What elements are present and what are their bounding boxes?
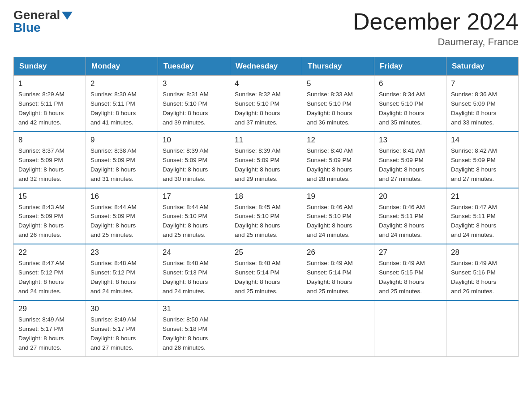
calendar-day-cell: 29Sunrise: 8:49 AMSunset: 5:17 PMDayligh…: [14, 300, 86, 356]
day-info: Sunrise: 8:32 AMSunset: 5:10 PMDaylight:…: [235, 90, 297, 128]
day-info: Sunrise: 8:50 AMSunset: 5:18 PMDaylight:…: [163, 315, 225, 353]
calendar-day-cell: 4Sunrise: 8:32 AMSunset: 5:10 PMDaylight…: [230, 76, 302, 132]
calendar-day-cell: 15Sunrise: 8:43 AMSunset: 5:09 PMDayligh…: [14, 188, 86, 244]
day-info: Sunrise: 8:29 AMSunset: 5:11 PMDaylight:…: [18, 90, 81, 128]
day-info: Sunrise: 8:38 AMSunset: 5:09 PMDaylight:…: [90, 146, 153, 184]
day-info: Sunrise: 8:36 AMSunset: 5:09 PMDaylight:…: [451, 90, 514, 128]
calendar-day-cell: [230, 300, 302, 356]
day-info: Sunrise: 8:30 AMSunset: 5:11 PMDaylight:…: [90, 90, 153, 128]
day-number: 17: [163, 192, 225, 201]
calendar-day-cell: 19Sunrise: 8:46 AMSunset: 5:10 PMDayligh…: [302, 188, 374, 244]
day-info: Sunrise: 8:46 AMSunset: 5:10 PMDaylight:…: [307, 203, 369, 240]
calendar-day-cell: 28Sunrise: 8:49 AMSunset: 5:16 PMDayligh…: [446, 244, 519, 300]
day-info: Sunrise: 8:49 AMSunset: 5:15 PMDaylight:…: [379, 259, 442, 296]
title-area: December 2024 Daumeray, France: [353, 9, 519, 48]
calendar-header-row: SundayMondayTuesdayWednesdayThursdayFrid…: [14, 57, 519, 76]
calendar-day-cell: 25Sunrise: 8:48 AMSunset: 5:14 PMDayligh…: [230, 244, 302, 300]
day-number: 22: [18, 248, 81, 257]
day-number: 5: [307, 79, 369, 88]
month-title: December 2024: [353, 9, 519, 34]
day-number: 7: [451, 79, 514, 88]
calendar-day-cell: 30Sunrise: 8:49 AMSunset: 5:17 PMDayligh…: [86, 300, 158, 356]
calendar-day-cell: 23Sunrise: 8:48 AMSunset: 5:12 PMDayligh…: [86, 244, 158, 300]
calendar-day-cell: 10Sunrise: 8:39 AMSunset: 5:09 PMDayligh…: [158, 132, 230, 188]
day-number: 12: [307, 136, 369, 145]
day-info: Sunrise: 8:49 AMSunset: 5:16 PMDaylight:…: [451, 259, 514, 296]
day-number: 2: [90, 79, 153, 88]
calendar-day-cell: 5Sunrise: 8:33 AMSunset: 5:10 PMDaylight…: [302, 76, 374, 132]
logo-triangle-icon: [62, 12, 73, 20]
day-info: Sunrise: 8:49 AMSunset: 5:17 PMDaylight:…: [18, 315, 81, 353]
day-info: Sunrise: 8:33 AMSunset: 5:10 PMDaylight:…: [307, 90, 369, 128]
calendar-day-cell: 22Sunrise: 8:47 AMSunset: 5:12 PMDayligh…: [14, 244, 86, 300]
calendar-day-cell: 21Sunrise: 8:47 AMSunset: 5:11 PMDayligh…: [446, 188, 519, 244]
calendar-day-cell: 7Sunrise: 8:36 AMSunset: 5:09 PMDaylight…: [446, 76, 519, 132]
day-info: Sunrise: 8:34 AMSunset: 5:10 PMDaylight:…: [379, 90, 442, 128]
day-info: Sunrise: 8:48 AMSunset: 5:13 PMDaylight:…: [163, 259, 225, 296]
calendar-day-cell: 1Sunrise: 8:29 AMSunset: 5:11 PMDaylight…: [14, 76, 86, 132]
day-number: 27: [379, 248, 442, 257]
calendar-week-row: 29Sunrise: 8:49 AMSunset: 5:17 PMDayligh…: [14, 300, 519, 356]
day-number: 28: [451, 248, 514, 257]
day-number: 10: [163, 136, 225, 145]
day-number: 11: [235, 136, 297, 145]
calendar-day-cell: [374, 300, 446, 356]
calendar-day-cell: 12Sunrise: 8:40 AMSunset: 5:09 PMDayligh…: [302, 132, 374, 188]
calendar-day-cell: 26Sunrise: 8:49 AMSunset: 5:14 PMDayligh…: [302, 244, 374, 300]
day-info: Sunrise: 8:39 AMSunset: 5:09 PMDaylight:…: [163, 146, 225, 184]
logo-blue-text: Blue: [13, 21, 73, 34]
calendar-weekday-header: Sunday: [14, 57, 86, 76]
calendar-week-row: 8Sunrise: 8:37 AMSunset: 5:09 PMDaylight…: [14, 132, 519, 188]
calendar-day-cell: [446, 300, 519, 356]
calendar-day-cell: 6Sunrise: 8:34 AMSunset: 5:10 PMDaylight…: [374, 76, 446, 132]
day-number: 18: [235, 192, 297, 201]
day-info: Sunrise: 8:49 AMSunset: 5:17 PMDaylight:…: [90, 315, 153, 353]
day-number: 29: [18, 304, 81, 313]
day-number: 1: [18, 79, 81, 88]
day-info: Sunrise: 8:41 AMSunset: 5:09 PMDaylight:…: [379, 146, 442, 184]
day-number: 31: [163, 304, 225, 313]
day-info: Sunrise: 8:31 AMSunset: 5:10 PMDaylight:…: [163, 90, 225, 128]
day-info: Sunrise: 8:49 AMSunset: 5:14 PMDaylight:…: [307, 259, 369, 296]
day-number: 21: [451, 192, 514, 201]
calendar-day-cell: 20Sunrise: 8:46 AMSunset: 5:11 PMDayligh…: [374, 188, 446, 244]
day-info: Sunrise: 8:48 AMSunset: 5:12 PMDaylight:…: [90, 259, 153, 296]
day-info: Sunrise: 8:37 AMSunset: 5:09 PMDaylight:…: [18, 146, 81, 184]
day-number: 20: [379, 192, 442, 201]
logo: General Blue: [13, 9, 73, 34]
day-info: Sunrise: 8:43 AMSunset: 5:09 PMDaylight:…: [18, 203, 81, 240]
day-info: Sunrise: 8:47 AMSunset: 5:12 PMDaylight:…: [18, 259, 81, 296]
day-info: Sunrise: 8:46 AMSunset: 5:11 PMDaylight:…: [379, 203, 442, 240]
calendar-week-row: 1Sunrise: 8:29 AMSunset: 5:11 PMDaylight…: [14, 76, 519, 132]
day-info: Sunrise: 8:39 AMSunset: 5:09 PMDaylight:…: [235, 146, 297, 184]
calendar-day-cell: 31Sunrise: 8:50 AMSunset: 5:18 PMDayligh…: [158, 300, 230, 356]
calendar-weekday-header: Wednesday: [230, 57, 302, 76]
calendar-weekday-header: Friday: [374, 57, 446, 76]
calendar-day-cell: 24Sunrise: 8:48 AMSunset: 5:13 PMDayligh…: [158, 244, 230, 300]
day-number: 13: [379, 136, 442, 145]
calendar-day-cell: 16Sunrise: 8:44 AMSunset: 5:09 PMDayligh…: [86, 188, 158, 244]
calendar-day-cell: 27Sunrise: 8:49 AMSunset: 5:15 PMDayligh…: [374, 244, 446, 300]
calendar-weekday-header: Thursday: [302, 57, 374, 76]
calendar-table: SundayMondayTuesdayWednesdayThursdayFrid…: [13, 57, 519, 356]
day-number: 19: [307, 192, 369, 201]
calendar-weekday-header: Tuesday: [158, 57, 230, 76]
page-header: General Blue December 2024 Daumeray, Fra…: [13, 9, 519, 48]
day-number: 6: [379, 79, 442, 88]
calendar-day-cell: 2Sunrise: 8:30 AMSunset: 5:11 PMDaylight…: [86, 76, 158, 132]
calendar-day-cell: [302, 300, 374, 356]
day-info: Sunrise: 8:48 AMSunset: 5:14 PMDaylight:…: [235, 259, 297, 296]
calendar-week-row: 15Sunrise: 8:43 AMSunset: 5:09 PMDayligh…: [14, 188, 519, 244]
calendar-day-cell: 3Sunrise: 8:31 AMSunset: 5:10 PMDaylight…: [158, 76, 230, 132]
location-subtitle: Daumeray, France: [353, 36, 519, 48]
day-number: 23: [90, 248, 153, 257]
calendar-day-cell: 8Sunrise: 8:37 AMSunset: 5:09 PMDaylight…: [14, 132, 86, 188]
calendar-day-cell: 13Sunrise: 8:41 AMSunset: 5:09 PMDayligh…: [374, 132, 446, 188]
day-number: 3: [163, 79, 225, 88]
calendar-day-cell: 11Sunrise: 8:39 AMSunset: 5:09 PMDayligh…: [230, 132, 302, 188]
day-number: 25: [235, 248, 297, 257]
day-info: Sunrise: 8:42 AMSunset: 5:09 PMDaylight:…: [451, 146, 514, 184]
day-info: Sunrise: 8:44 AMSunset: 5:09 PMDaylight:…: [90, 203, 153, 240]
day-number: 30: [90, 304, 153, 313]
calendar-day-cell: 9Sunrise: 8:38 AMSunset: 5:09 PMDaylight…: [86, 132, 158, 188]
